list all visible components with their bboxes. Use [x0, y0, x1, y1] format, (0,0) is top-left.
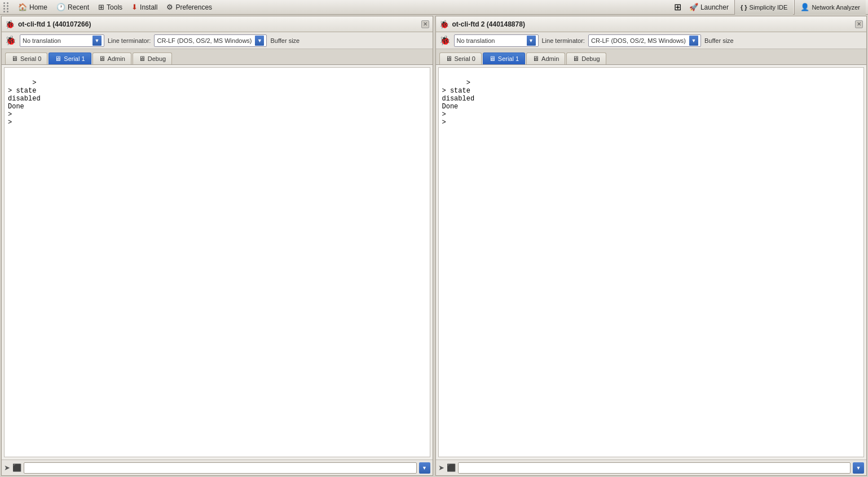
- menu-home-label: Home: [29, 3, 47, 11]
- panel-1-titlebar: 🐞 ot-cli-ftd 1 (440107266) ✕: [2, 16, 433, 32]
- menu-install-label: Install: [140, 3, 157, 11]
- menu-preferences-label: Preferences: [175, 3, 212, 11]
- panel-1-tab-serial0[interactable]: 🖥 Serial 0: [5, 52, 47, 64]
- panel-2-title: ot-cli-ftd 2 (440148878): [452, 20, 852, 28]
- admin-icon: 🖥: [99, 55, 105, 63]
- panel2-debug-icon: 🖥: [572, 55, 579, 63]
- menu-recent[interactable]: 🕐 Recent: [52, 2, 94, 12]
- panel-1-icon: 🐞: [5, 20, 15, 29]
- panel-1-tab-debug[interactable]: 🖥 Debug: [133, 52, 172, 64]
- panel-1-translation-arrow: ▼: [92, 36, 102, 46]
- panel-1-inputbar: ➤ ⬛ ▼: [2, 460, 433, 475]
- serial1-icon: 🖥: [55, 55, 61, 63]
- menu-tools[interactable]: ⊞ Tools: [94, 2, 127, 12]
- panel-2-line-term-select[interactable]: CR-LF (DOS, OS/2, MS Windows) ▼: [588, 34, 701, 47]
- network-analyzer-label: Network Analyzer: [812, 4, 860, 11]
- panel-1-send-button[interactable]: ▼: [419, 462, 430, 474]
- panel-2-tab-debug-label: Debug: [581, 55, 600, 62]
- panel-2-tab-serial0[interactable]: 🖥 Serial 0: [439, 52, 482, 64]
- panel-1-tab-serial1[interactable]: 🖥 Serial 1: [49, 52, 91, 64]
- panel-1-title: ot-cli-ftd 1 (440107266): [18, 20, 418, 28]
- panel-1-line-term-arrow: ▼: [255, 36, 264, 46]
- panel-1-input-left-icon: ➤: [4, 463, 10, 472]
- network-analyzer-tab[interactable]: 👤 Network Analyzer: [794, 0, 866, 15]
- panel-1-translation-select[interactable]: No translation ▼: [20, 34, 104, 47]
- panel-1-translation-value: No translation: [23, 37, 90, 44]
- panel-2-tab-admin-label: Admin: [541, 55, 559, 62]
- panel-2-icon: 🐞: [439, 20, 449, 29]
- panel-2-send-button[interactable]: ▼: [853, 462, 864, 474]
- panel-1-tab-admin-label: Admin: [108, 55, 125, 62]
- panel-1-tab-admin[interactable]: 🖥 Admin: [92, 52, 131, 64]
- panel-2-command-input[interactable]: [458, 462, 851, 474]
- panel-2-tab-serial1[interactable]: 🖥 Serial 1: [483, 52, 525, 64]
- debug-icon: 🖥: [139, 55, 146, 63]
- panel2-serial1-icon: 🖥: [489, 55, 496, 63]
- panel2-serial0-icon: 🖥: [446, 55, 452, 63]
- panel-2-tab-serial0-label: Serial 0: [455, 55, 475, 62]
- serial0-icon: 🖥: [11, 55, 18, 63]
- panel-2-tabs: 🖥 Serial 0 🖥 Serial 1 🖥 Admin 🖥 Debug: [436, 49, 867, 65]
- launcher-label: Launcher: [700, 3, 729, 11]
- panel-2-close-button[interactable]: ✕: [855, 20, 863, 28]
- panel-2-line-term-value: CR-LF (DOS, OS/2, MS Windows): [591, 37, 687, 44]
- panel-2-line-term-label: Line terminator:: [542, 37, 585, 44]
- panel-2-input-left-icon: ➤: [438, 463, 444, 472]
- menu-preferences[interactable]: ⚙ Preferences: [162, 2, 217, 12]
- menubar: 🏠 Home 🕐 Recent ⊞ Tools ⬇ Install ⚙ Pref…: [0, 0, 868, 15]
- panel-1-line-term-label: Line terminator:: [108, 37, 151, 44]
- panel-1-command-input[interactable]: [24, 462, 417, 474]
- panel-2-buffer-label: Buffer size: [704, 37, 734, 44]
- recent-icon: 🕐: [56, 3, 65, 11]
- panel-2-tab-debug[interactable]: 🖥 Debug: [566, 52, 606, 64]
- network-analyzer-icon: 👤: [800, 3, 809, 11]
- main-content: 🐞 ot-cli-ftd 1 (440107266) ✕ 🐞 No transl…: [0, 15, 868, 477]
- panel-1-terminal-content: > > state disabled Done > >: [8, 79, 41, 126]
- toolbar-icon: ⊞: [674, 2, 681, 12]
- menu-home[interactable]: 🏠 Home: [14, 2, 52, 12]
- panel-2-translation-select[interactable]: No translation ▼: [454, 34, 539, 47]
- panel-2-tab-admin[interactable]: 🖥 Admin: [526, 52, 565, 64]
- launcher-icon: 🚀: [689, 3, 698, 11]
- panel-2-terminal-content: > > state disabled Done > >: [442, 79, 475, 126]
- panel2-admin-icon: 🖥: [532, 55, 539, 63]
- panel-2-line-term-arrow: ▼: [689, 36, 698, 46]
- simplicity-ide-label: Simplicity IDE: [750, 4, 788, 11]
- panel-2-terminal: > > state disabled Done > >: [438, 67, 865, 457]
- panel-2-toolbar: 🐞 No translation ▼ Line terminator: CR-L…: [436, 32, 867, 49]
- right-tools: ⊞ 🚀 Launcher { } Simplicity IDE 👤 Networ…: [674, 0, 866, 15]
- panel-1-close-button[interactable]: ✕: [421, 20, 429, 28]
- panel-1-tabs: 🖥 Serial 0 🖥 Serial 1 🖥 Admin 🖥 Debug: [2, 49, 433, 65]
- panel-1-line-term-value: CR-LF (DOS, OS/2, MS Windows): [157, 37, 253, 44]
- panel-1-toolbar: 🐞 No translation ▼ Line terminator: CR-L…: [2, 32, 433, 49]
- panel-1-buffer-label: Buffer size: [270, 37, 299, 44]
- panel-2-inputbar: ➤ ⬛ ▼: [436, 460, 867, 475]
- menu-tools-label: Tools: [107, 3, 122, 11]
- panel-1-tab-debug-label: Debug: [148, 55, 166, 62]
- panel-2-titlebar: 🐞 ot-cli-ftd 2 (440148878) ✕: [436, 16, 867, 32]
- drag-handle: [2, 1, 10, 14]
- panel-1-terminal: > > state disabled Done > >: [4, 67, 430, 457]
- panel-1-terminal-icon: ⬛: [12, 463, 21, 472]
- menu-install[interactable]: ⬇ Install: [127, 2, 162, 12]
- panel-2: 🐞 ot-cli-ftd 2 (440148878) ✕ 🐞 No transl…: [435, 16, 867, 476]
- panel-1-tab-serial0-label: Serial 0: [20, 55, 41, 62]
- panel-2-toolbar-icon: 🐞: [439, 35, 451, 46]
- panel-2-translation-value: No translation: [457, 37, 525, 44]
- launcher-button[interactable]: 🚀 Launcher: [685, 2, 733, 12]
- panel-2-translation-arrow: ▼: [527, 36, 536, 46]
- panel-1: 🐞 ot-cli-ftd 1 (440107266) ✕ 🐞 No transl…: [1, 16, 433, 476]
- panel-1-line-term-select[interactable]: CR-LF (DOS, OS/2, MS Windows) ▼: [154, 34, 267, 47]
- simplicity-ide-icon: { }: [741, 4, 747, 11]
- panel-1-tab-serial1-label: Serial 1: [64, 55, 85, 62]
- tools-icon: ⊞: [98, 3, 104, 11]
- panel-1-toolbar-icon: 🐞: [5, 35, 16, 46]
- panel-2-tab-serial1-label: Serial 1: [498, 55, 519, 62]
- menu-recent-label: Recent: [68, 3, 89, 11]
- panel-2-terminal-icon: ⬛: [447, 463, 456, 472]
- home-icon: 🏠: [18, 3, 27, 11]
- simplicity-ide-tab[interactable]: { } Simplicity IDE: [734, 0, 793, 15]
- install-icon: ⬇: [131, 3, 138, 11]
- preferences-icon: ⚙: [166, 3, 173, 11]
